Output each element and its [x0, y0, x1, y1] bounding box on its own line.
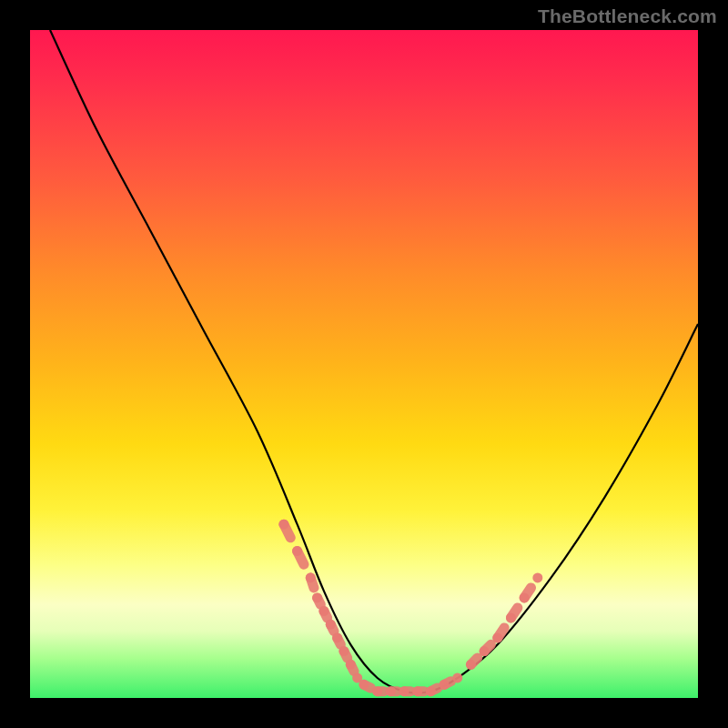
scatter-segment	[444, 682, 450, 685]
scatter-points	[278, 520, 542, 697]
scatter-segment	[284, 524, 290, 538]
scatter-segment	[344, 652, 348, 658]
scatter-segment	[338, 638, 341, 644]
scatter-segment	[364, 684, 370, 688]
scatter-segment	[484, 644, 490, 651]
plot-area	[30, 30, 698, 698]
scatter-segment	[524, 588, 531, 598]
scatter-segment	[318, 598, 321, 604]
scatter-dot	[452, 672, 462, 682]
watermark-text: TheBottleneck.com	[538, 5, 717, 27]
scatter-segment	[298, 551, 304, 565]
chart-canvas: TheBottleneck.com	[0, 0, 728, 728]
scatter-segment	[511, 608, 517, 618]
scatter-segment	[310, 578, 314, 588]
scatter-dot	[532, 572, 542, 582]
scatter-segment	[470, 658, 477, 664]
chart-svg	[30, 30, 698, 698]
scatter-segment	[324, 612, 328, 618]
scatter-segment	[430, 688, 437, 692]
bottleneck-curve	[50, 30, 698, 693]
scatter-segment	[498, 628, 504, 638]
scatter-segment	[350, 664, 354, 671]
scatter-segment	[330, 624, 334, 631]
